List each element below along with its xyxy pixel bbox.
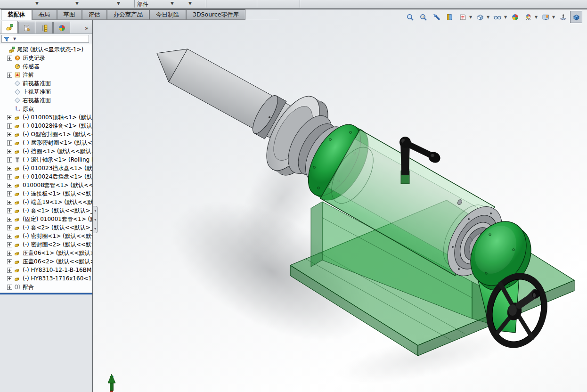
dropdown-arrow-icon[interactable]: ▼ bbox=[75, 1, 79, 6]
tree-item-part[interactable]: (-) 010024后挡盘<1> (默认<<默认>_显示状态 1>) bbox=[0, 172, 92, 181]
tree-item-part[interactable]: (固定) 010001套管<1> (默认<<默认>_显示状态 1>) bbox=[0, 215, 92, 223]
toolbar-separator bbox=[134, 0, 135, 8]
3d-drawing-view-icon[interactable] bbox=[557, 11, 569, 23]
assembly-icon bbox=[8, 46, 16, 53]
tree-item-part[interactable]: (-) 套<1> (默认<<默认>_显示状态 1>) bbox=[0, 206, 92, 215]
expand-icon[interactable] bbox=[7, 259, 12, 264]
featuremanager-header-tabs: » bbox=[0, 20, 92, 34]
tree-item-part[interactable]: (-) O型密封圈<1> (默认<<默认>_显示状态 1>) bbox=[0, 130, 92, 139]
propertymanager-tab-icon[interactable] bbox=[18, 22, 35, 33]
displaymanager-tab-icon[interactable] bbox=[53, 22, 70, 33]
expand-icon[interactable] bbox=[7, 208, 12, 213]
dropdown-arrow-icon[interactable]: ▼ bbox=[188, 1, 192, 6]
expand-icon[interactable] bbox=[7, 285, 12, 290]
tab-今日制造[interactable]: 今日制造 bbox=[149, 9, 186, 20]
toolbar-separator bbox=[257, 0, 257, 8]
expand-icon[interactable] bbox=[7, 200, 12, 205]
tree-item-part[interactable]: 压盖06<2> (默认<<默认>_显示状态 1>) bbox=[0, 257, 92, 266]
expand-icon[interactable] bbox=[7, 123, 12, 129]
expand-icon[interactable] bbox=[7, 140, 12, 146]
model-3d-view[interactable]: Y bbox=[93, 8, 587, 392]
tree-item-bolt[interactable]: (-) 滚针轴承<1> (Rolling bearing) bbox=[0, 155, 92, 164]
expand-icon[interactable] bbox=[7, 166, 12, 171]
expand-icon[interactable] bbox=[7, 276, 12, 281]
expand-icon[interactable] bbox=[7, 157, 12, 163]
tree-item-part[interactable]: (-) 连接板<1> (默认<<默认>_显示状态 1>) bbox=[0, 189, 92, 198]
tab-办公室产品[interactable]: 办公室产品 bbox=[107, 9, 150, 20]
tab-评估[interactable]: 评估 bbox=[82, 9, 107, 20]
tree-item-part[interactable]: (-) 010005顶轴<1> (默认<<默认>_显示状态 1>) bbox=[0, 113, 92, 122]
expand-icon[interactable] bbox=[7, 56, 12, 61]
tree-item-part[interactable]: (-) HY8313-1716x160<1> (默认) bbox=[0, 274, 92, 283]
view-cube-icon[interactable] bbox=[570, 11, 582, 23]
tree-item-part[interactable]: (-) 唇形密封圈<1> (默认<<默认>_显示状态 1>) bbox=[0, 139, 92, 147]
expand-icon[interactable] bbox=[7, 174, 12, 180]
tree-item-history[interactable]: 历史记录 bbox=[0, 54, 92, 62]
expand-icon[interactable] bbox=[7, 268, 12, 273]
filter-dropdown-icon[interactable]: ▼ bbox=[13, 37, 16, 41]
panel-splitter-handle[interactable]: ◄ ◄ ◄ bbox=[93, 206, 98, 233]
tab-布局[interactable]: 布局 bbox=[32, 9, 57, 20]
expand-icon[interactable] bbox=[7, 149, 12, 154]
dropdown-arrow-icon[interactable]: ▼ bbox=[487, 15, 490, 19]
dropdown-arrow-icon[interactable]: ▼ bbox=[469, 15, 473, 19]
expand-icon[interactable] bbox=[7, 217, 12, 222]
expand-icon[interactable] bbox=[7, 242, 12, 247]
tree-item-part[interactable]: (-) 端盖19<1> (默认<<默认>_显示状态 1>) bbox=[0, 198, 92, 206]
graphics-viewport[interactable]: Y ▼ ▼ ▼ ▼ ▼ ▼ bbox=[93, 8, 587, 392]
tree-item-assembly[interactable]: 尾架 (默认<显示状态-1>) bbox=[0, 45, 92, 54]
tab-草图[interactable]: 草图 bbox=[57, 9, 82, 20]
previous-view-icon[interactable] bbox=[430, 11, 442, 23]
hide-show-items-icon[interactable] bbox=[491, 11, 504, 23]
view-settings-icon[interactable] bbox=[539, 11, 552, 23]
expand-icon[interactable] bbox=[7, 183, 12, 188]
panel-overflow-button[interactable]: » bbox=[85, 24, 91, 33]
zoom-to-area-icon[interactable] bbox=[417, 11, 429, 23]
dropdown-arrow-icon[interactable]: ▼ bbox=[504, 15, 508, 19]
tree-item-part[interactable]: (-) 密封圈<1> (默认<<默认>_显示状态 1>) bbox=[0, 232, 92, 240]
tree-item-annotation[interactable]: A 注解 bbox=[0, 71, 92, 79]
tree-item-part[interactable]: (-) 密封圈<2> (默认<<默认>_显示状态 1>) bbox=[0, 240, 92, 249]
tree-item-part[interactable]: (-) HY8310-12-1-B-16BM16<1> bbox=[0, 266, 92, 274]
expand-icon[interactable] bbox=[7, 132, 12, 137]
expand-icon[interactable] bbox=[7, 115, 12, 120]
expand-icon[interactable] bbox=[7, 73, 12, 78]
expand-icon[interactable] bbox=[7, 191, 12, 196]
expand-icon[interactable] bbox=[7, 251, 12, 256]
tree-item-sensor[interactable]: 传感器 bbox=[0, 62, 92, 71]
expand-icon[interactable] bbox=[7, 234, 12, 239]
part-icon bbox=[14, 258, 21, 265]
dropdown-arrow-icon[interactable]: ▼ bbox=[552, 15, 556, 19]
tree-item-origin[interactable]: 原点 bbox=[0, 105, 92, 113]
display-style-icon[interactable] bbox=[474, 11, 486, 23]
view-orientation-icon[interactable] bbox=[457, 11, 469, 23]
tab-装配体[interactable]: 装配体 bbox=[1, 9, 32, 20]
part-icon bbox=[14, 131, 21, 138]
tree-item-part[interactable]: (-) 010023挡水盘<1> (默认<<默认>_显示状态 1>) bbox=[0, 164, 92, 172]
tree-item-part[interactable]: 010008套管<1> (默认<<默认>_显示状态 1>) bbox=[0, 181, 92, 189]
tree-item-part[interactable]: (-) 套<2> (默认<<默认>_显示状态 1>) bbox=[0, 223, 92, 232]
tree-item-part[interactable]: (-) 010028锥套<1> (默认<<默认>_显示状态 1>) bbox=[0, 122, 92, 130]
featuremanager-tree-tab-icon[interactable] bbox=[1, 21, 18, 33]
dropdown-arrow-icon[interactable]: ▼ bbox=[535, 15, 538, 19]
configurationmanager-tab-icon[interactable] bbox=[36, 22, 53, 33]
tree-item-part[interactable]: 压盖06<1> (默认<<默认>_显示状态 1>) bbox=[0, 249, 92, 257]
splitter-arrow-icon: ◄ bbox=[94, 227, 96, 230]
dropdown-arrow-icon[interactable]: ▼ bbox=[171, 1, 174, 6]
tree-item-mates[interactable]: 配合 bbox=[0, 283, 92, 291]
tree-item-plane[interactable]: 前视基准面 bbox=[0, 79, 92, 88]
dropdown-arrow-icon[interactable]: ▼ bbox=[117, 1, 120, 6]
zoom-to-fit-icon[interactable] bbox=[404, 11, 416, 23]
expand-icon[interactable] bbox=[7, 225, 12, 230]
featuremanager-filter[interactable]: ▼ bbox=[0, 34, 92, 44]
part-icon bbox=[14, 173, 21, 180]
edit-appearance-icon[interactable] bbox=[509, 11, 521, 23]
apply-scene-icon[interactable] bbox=[522, 11, 534, 23]
section-view-icon[interactable] bbox=[443, 11, 456, 23]
tree-item-part[interactable]: (-) 挡圈<1> (默认<<默认>_显示状态 1>) bbox=[0, 147, 92, 155]
dropdown-arrow-icon[interactable]: ▼ bbox=[35, 1, 39, 6]
toolbar-separator bbox=[206, 0, 206, 8]
tree-item-plane[interactable]: 上视基准面 bbox=[0, 88, 92, 96]
tab-3DSource零件库[interactable]: 3DSource零件库 bbox=[186, 9, 245, 20]
tree-item-plane[interactable]: 右视基准面 bbox=[0, 96, 92, 105]
